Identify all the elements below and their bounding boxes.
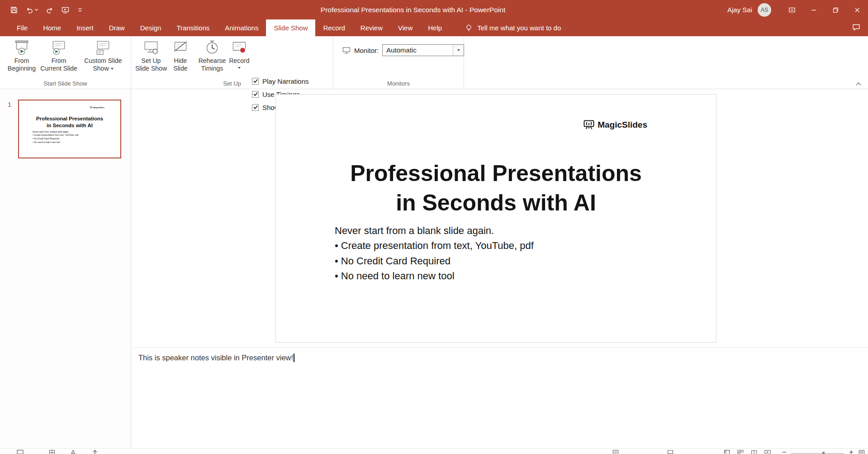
status-bar — [0, 448, 868, 454]
minimize-button[interactable] — [803, 0, 825, 19]
chevron-down-icon — [111, 68, 114, 70]
from-beginning-button[interactable]: FromBeginning — [4, 39, 40, 72]
slide-canvas[interactable]: MagicSlides Professional Presentationsin… — [275, 94, 716, 343]
group-start-slide-show: FromBeginning FromCurrent Slide Custom S… — [0, 36, 131, 89]
restore-button[interactable] — [825, 0, 846, 19]
titlebar-right: Ajay Sai AS — [727, 0, 868, 19]
status-display-settings-icon[interactable] — [17, 449, 24, 454]
fit-to-window-icon[interactable] — [859, 449, 865, 454]
group-label-start-slide-show: Start Slide Show — [0, 80, 131, 87]
monitor-dropdown-value: Automatic — [383, 45, 453, 56]
view-normal-icon[interactable] — [724, 449, 730, 454]
tab-record[interactable]: Record — [315, 19, 352, 36]
monitor-row: Monitor: Automatic — [342, 44, 464, 56]
tab-transitions[interactable]: Transitions — [169, 19, 217, 36]
hide-slide-icon — [172, 39, 189, 56]
comments-icon[interactable] — [852, 23, 861, 32]
slide-title: Professional Presentationsin Seconds wit… — [19, 115, 120, 129]
body-line: Never start from a blank slide again. — [335, 223, 534, 238]
tab-animations[interactable]: Animations — [217, 19, 266, 36]
checkbox-icon — [252, 104, 259, 111]
tab-home[interactable]: Home — [35, 19, 69, 36]
status-grid-icon[interactable] — [49, 449, 55, 454]
set-up-slide-show-button[interactable]: Set UpSlide Show — [134, 39, 168, 72]
custom-slide-show-icon — [95, 39, 111, 56]
hide-slide-button[interactable]: HideSlide — [170, 39, 191, 72]
tab-file[interactable]: File — [9, 19, 35, 36]
magicslides-logo[interactable]: MagicSlides — [583, 120, 647, 130]
status-accessibility-icon[interactable] — [92, 449, 98, 454]
tell-me-label: Tell me what you want to do — [477, 24, 561, 32]
record-icon — [231, 39, 247, 56]
record-button[interactable]: Record — [228, 39, 251, 69]
group-monitors: Monitor: Automatic Use Presenter View Mo… — [333, 36, 464, 89]
account-name[interactable]: Ajay Sai — [727, 6, 752, 14]
text-cursor — [294, 354, 294, 362]
chevron-down-icon — [238, 67, 241, 69]
slide-title-textbox[interactable]: Professional Presentationsin Seconds wit… — [276, 159, 716, 218]
slide-body-textbox[interactable]: Never start from a blank slide again. • … — [335, 223, 534, 284]
slide-body: Never start from a blank slide again. • … — [33, 130, 78, 144]
rehearse-timings-icon — [204, 39, 220, 56]
status-comments-icon[interactable] — [667, 449, 674, 454]
from-beginning-icon — [14, 39, 30, 56]
redo-icon[interactable] — [46, 6, 54, 14]
zoom-slider[interactable] — [791, 452, 844, 454]
tab-help[interactable]: Help — [420, 19, 450, 36]
tab-insert[interactable]: Insert — [69, 19, 101, 36]
start-slideshow-icon[interactable] — [61, 6, 70, 14]
undo-icon[interactable] — [25, 6, 38, 14]
ribbon-display-options-icon[interactable] — [781, 0, 803, 19]
tab-draw[interactable]: Draw — [101, 19, 133, 36]
collapse-ribbon-icon[interactable] — [855, 81, 862, 86]
lightbulb-icon — [465, 24, 473, 32]
slide-thumbnail[interactable]: MagicSlides Professional Presentationsin… — [18, 100, 121, 158]
close-button[interactable] — [846, 0, 868, 19]
avatar[interactable]: AS — [758, 3, 771, 17]
magicslides-logo: MagicSlides — [90, 106, 104, 109]
notes-divider — [132, 347, 868, 348]
monitor-icon — [342, 47, 351, 54]
slide-number: 1 — [8, 100, 11, 108]
group-label-set-up: Set Up — [131, 80, 333, 87]
tab-review[interactable]: Review — [353, 19, 390, 36]
save-icon[interactable] — [10, 6, 18, 14]
zoom-out-icon[interactable] — [782, 449, 787, 454]
checkbox-icon — [252, 91, 259, 98]
monitor-dropdown-arrow[interactable] — [453, 45, 464, 56]
group-set-up: Set UpSlide Show HideSlide RehearseTimin… — [131, 36, 333, 89]
zoom-in-icon[interactable] — [849, 449, 854, 454]
set-up-slide-show-icon — [143, 39, 159, 56]
body-line: • No need to learn new tool — [335, 268, 534, 283]
view-slide-sorter-icon[interactable] — [737, 449, 744, 454]
tell-me-box[interactable]: Tell me what you want to do — [465, 19, 561, 36]
status-spellcheck-icon[interactable] — [70, 449, 77, 454]
slide-thumbnail-panel: 1 MagicSlides Professional Presentations… — [0, 89, 131, 448]
ribbon: FromBeginning FromCurrent Slide Custom S… — [0, 36, 868, 89]
group-label-monitors: Monitors — [333, 80, 464, 87]
view-slideshow-icon[interactable] — [764, 449, 771, 454]
custom-slide-show-button[interactable]: Custom SlideShow — [80, 39, 127, 72]
rehearse-timings-button[interactable]: RehearseTimings — [197, 39, 227, 72]
status-notes-icon[interactable] — [612, 449, 619, 454]
ribbon-tab-row: File Home Insert Draw Design Transitions… — [0, 19, 868, 36]
view-reading-icon[interactable] — [751, 449, 757, 454]
monitor-label: Monitor: — [354, 47, 379, 54]
titlebar: Professional Presentations in Seconds wi… — [0, 0, 868, 19]
quick-access-toolbar — [0, 6, 83, 14]
tab-slide-show[interactable]: Slide Show — [266, 19, 315, 36]
body-line: • Create presentation from text, YouTube… — [335, 238, 534, 253]
tab-view[interactable]: View — [390, 19, 420, 36]
logo-text: MagicSlides — [598, 120, 647, 130]
window-title: Professional Presentations in Seconds wi… — [321, 6, 505, 14]
body-line: • No Credit Card Required — [335, 253, 534, 268]
speaker-notes[interactable]: This is speaker notes visible in Present… — [138, 354, 294, 362]
from-current-slide-button[interactable]: FromCurrent Slide — [40, 39, 78, 72]
monitor-dropdown[interactable]: Automatic — [382, 44, 464, 56]
tab-design[interactable]: Design — [133, 19, 169, 36]
from-current-slide-icon — [51, 39, 67, 56]
undo-dropdown-icon — [34, 8, 38, 12]
customize-qat-icon[interactable] — [77, 7, 83, 13]
